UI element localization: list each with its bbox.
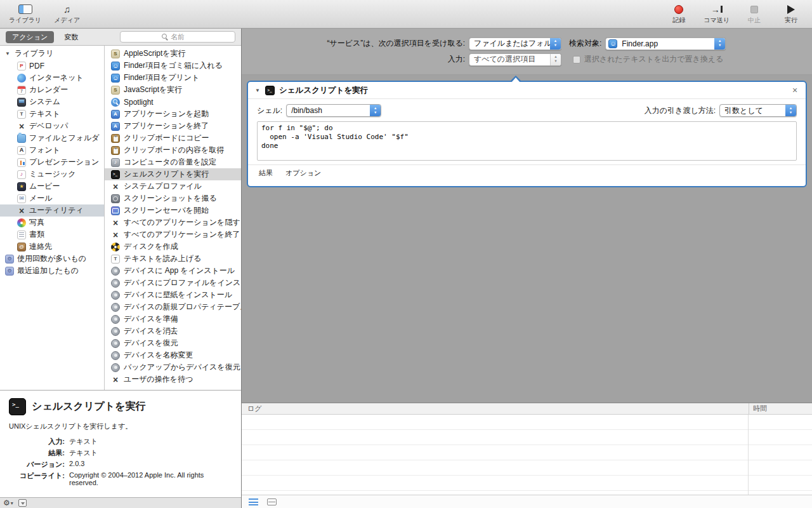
action-list-item[interactable]: シェルスクリプトを実行 [105,168,241,180]
sidebar-category-item[interactable]: メール [0,192,104,204]
description-field-value: テキスト [69,448,225,458]
sidebar-category-item[interactable]: カレンダー [0,84,104,96]
music-note-icon [63,4,70,15]
sidebar-category-item[interactable]: システム [0,96,104,108]
sidebar-item-library-root[interactable]: ライブラリ [0,48,104,60]
action-list-item[interactable]: システムプロファイル [105,180,241,192]
shell-select[interactable]: /bin/bash [286,104,381,117]
sidebar-category-item[interactable]: デベロッパ [0,120,104,132]
action-list-item[interactable]: Finder項目をゴミ箱に入れる [105,60,241,72]
action-list-item[interactable]: コンピュータの音量を設定 [105,156,241,168]
action-list-item[interactable]: すべてのアプリケーションを隠す [105,217,241,229]
time-column-header[interactable]: 時間 [749,403,812,414]
card-header[interactable]: シェルスクリプトを実行 [248,82,806,99]
input-items-select[interactable]: すべての選択項目 [469,53,561,66]
sidebar-smart-group-item[interactable]: 使用回数が多いもの [0,253,104,265]
log-body [242,415,812,495]
action-list-item[interactable]: デバイスの新規プロパティテーブル [105,301,241,313]
library-toggle-button[interactable]: ライブラリ [6,0,44,28]
action-icon [111,50,120,58]
action-list-item[interactable]: スクリーンショットを撮る [105,192,241,204]
collapse-triangle-icon[interactable] [254,88,261,93]
action-icon [111,351,120,360]
action-list-item[interactable]: デバイスを復元 [105,337,241,349]
tab-actions[interactable]: アクション [6,31,54,43]
action-icon [111,146,120,155]
run-button[interactable]: 実行 [776,0,806,28]
sidebar-category-item[interactable]: テキスト [0,108,104,120]
workflow-canvas: シェルスクリプトを実行 シェル: /bin/bash 入力の引き渡し方法: 引数… [242,75,812,403]
log-column-header[interactable]: ログ [242,404,749,413]
sidebar-category-item[interactable]: PDF [0,60,104,72]
sidebar-category-item[interactable]: ミュージック [0,168,104,180]
action-icon [111,74,120,83]
remove-action-button[interactable] [790,85,799,95]
log-steps-view-button[interactable] [267,498,277,505]
gear-menu-button[interactable] [3,498,13,507]
category-label: デベロッパ [29,121,68,131]
category-icon [17,182,26,191]
action-label: デバイスを準備 [124,314,178,324]
action-list-item[interactable]: AppleScriptを実行 [105,48,241,60]
category-icon [17,98,26,107]
card-pointer [509,76,522,82]
action-list-item[interactable]: デバイスを名称変更 [105,349,241,361]
log-list-view-button[interactable] [249,498,258,505]
record-button[interactable]: 記録 [664,0,693,28]
action-icon [111,206,120,215]
action-list-item[interactable]: Finder項目をプリント [105,72,241,84]
service-input-type-value: ファイルまたはフォルダ [469,38,550,49]
action-icon [111,218,120,227]
sidebar-category-item[interactable]: プレゼンテーション [0,156,104,168]
options-button[interactable]: オプション [285,168,321,178]
action-list-item[interactable]: デバイスにプロファイルをインストール [105,277,241,289]
sidebar-category-item[interactable]: ユーティリティ [0,204,104,217]
pass-input-select[interactable]: 引数として [719,104,797,117]
disclosure-triangle-icon[interactable] [4,51,11,57]
action-label: クリップボードの内容を取得 [124,145,224,156]
sidebar-category-item[interactable]: 書類 [0,229,104,241]
action-list-item[interactable]: クリップボードにコピー [105,132,241,144]
sidebar-category-item[interactable]: 写真 [0,217,104,229]
sidebar-category-item[interactable]: フォント [0,144,104,156]
action-list-item[interactable]: アプリケーションを終了 [105,120,241,132]
action-list-item[interactable]: クリップボードの内容を取得 [105,144,241,156]
action-label: テキストを読み上げる [124,253,201,264]
chevron-updown-icon [550,38,561,50]
action-list-item[interactable]: デバイスに壁紙をインストール [105,289,241,301]
sidebar-smart-group-item[interactable]: 最近追加したもの [0,265,104,277]
panel-toggle-button[interactable] [18,499,27,507]
action-list-item[interactable]: ディスクを作成 [105,241,241,253]
service-input-type-select[interactable]: ファイルまたはフォルダ [469,37,561,50]
action-icon [111,279,120,288]
action-list-item[interactable]: すべてのアプリケーションを終了 [105,229,241,241]
action-list-item[interactable]: テキストを読み上げる [105,253,241,265]
action-list-item[interactable]: ユーザの操作を待つ [105,373,241,385]
replace-output-checkbox[interactable] [573,56,580,64]
sidebar-category-item[interactable]: ムービー [0,180,104,192]
action-label: デバイスを名称変更 [124,350,193,361]
sidebar-category-item[interactable]: ファイルとフォルダ [0,132,104,144]
media-button[interactable]: メディア [51,0,82,28]
sidebar-category-item[interactable]: インターネット [0,72,104,84]
results-button[interactable]: 結果 [259,168,273,178]
action-list-item[interactable]: スクリーンセーバを開始 [105,204,241,217]
search-target-select[interactable]: Finder.app [605,37,726,50]
search-field[interactable] [120,31,235,43]
action-icon [111,86,120,95]
script-editor[interactable]: for f in "$@"; do open -a 'Visual Studio… [257,121,797,161]
action-list-item[interactable]: JavaScriptを実行 [105,84,241,96]
category-label: 連絡先 [29,241,52,252]
action-list-item[interactable]: デバイスを消去 [105,325,241,337]
action-list-item[interactable]: デバイスに App をインストール [105,265,241,277]
category-label: インターネット [29,72,84,83]
tab-variables[interactable]: 変数 [59,31,83,43]
action-list-item[interactable]: デバイスを準備 [105,313,241,325]
action-label: デバイスにプロファイルをインストール [124,277,241,288]
action-list-item[interactable]: アプリケーションを起動 [105,108,241,120]
search-input[interactable] [120,31,235,43]
sidebar-category-item[interactable]: 連絡先 [0,241,104,253]
step-button[interactable]: コマ送り [701,0,732,28]
action-list-item[interactable]: バックアップからデバイスを復元 [105,361,241,373]
action-list-item[interactable]: Spotlight [105,96,241,108]
